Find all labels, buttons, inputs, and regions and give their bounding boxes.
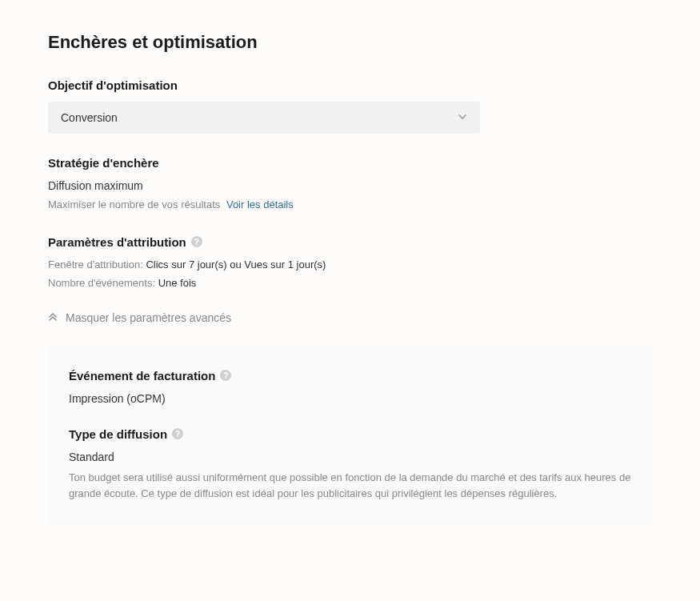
bid-strategy-details-link[interactable]: Voir les détails — [226, 198, 294, 210]
billing-value: Impression (oCPM) — [69, 392, 631, 405]
optimization-section: Objectif d'optimisation Conversion — [48, 78, 652, 134]
toggle-advanced-label: Masquer les paramètres avancés — [66, 311, 231, 324]
bid-strategy-value: Diffusion maximum — [48, 179, 652, 192]
delivery-description: Ton budget sera utilisé aussi uniforméme… — [69, 470, 631, 503]
optimization-dropdown[interactable]: Conversion — [48, 102, 480, 134]
bid-strategy-description-row: Maximiser le nombre de vos résultats Voi… — [48, 197, 652, 213]
optimization-label: Objectif d'optimisation — [48, 78, 652, 92]
delivery-label-text: Type de diffusion — [69, 427, 167, 441]
attribution-window-label: Fenêtre d'attribution: — [48, 258, 143, 270]
attribution-label: Paramètres d'attribution ? — [48, 235, 652, 249]
page-title: Enchères et optimisation — [48, 32, 652, 53]
delivery-label: Type de diffusion ? — [69, 427, 631, 441]
billing-label: Événement de facturation ? — [69, 369, 631, 383]
attribution-events-row: Nombre d'événements: Une fois — [48, 277, 652, 289]
attribution-window-value: Clics sur 7 jour(s) ou Vues sur 1 jour(s… — [146, 258, 326, 270]
advanced-panel: Événement de facturation ? Impression (o… — [48, 347, 652, 526]
info-icon[interactable]: ? — [191, 236, 202, 247]
attribution-label-text: Paramètres d'attribution — [48, 235, 186, 249]
chevron-double-up-icon — [48, 311, 58, 323]
attribution-events-label: Nombre d'événements: — [48, 277, 155, 289]
billing-label-text: Événement de facturation — [69, 369, 215, 383]
bid-strategy-section: Stratégie d'enchère Diffusion maximum Ma… — [48, 156, 652, 213]
delivery-section: Type de diffusion ? Standard Ton budget … — [69, 427, 631, 503]
bid-strategy-label: Stratégie d'enchère — [48, 156, 652, 170]
toggle-advanced-button[interactable]: Masquer les paramètres avancés — [48, 311, 652, 324]
attribution-events-value: Une fois — [158, 277, 197, 289]
optimization-value: Conversion — [61, 111, 118, 124]
info-icon[interactable]: ? — [172, 428, 183, 439]
chevron-down-icon — [458, 112, 467, 124]
billing-section: Événement de facturation ? Impression (o… — [69, 369, 631, 405]
attribution-section: Paramètres d'attribution ? Fenêtre d'att… — [48, 235, 652, 289]
bid-strategy-description: Maximiser le nombre de vos résultats — [48, 198, 220, 210]
info-icon[interactable]: ? — [220, 370, 231, 381]
delivery-value: Standard — [69, 451, 631, 463]
attribution-window-row: Fenêtre d'attribution: Clics sur 7 jour(… — [48, 258, 652, 270]
